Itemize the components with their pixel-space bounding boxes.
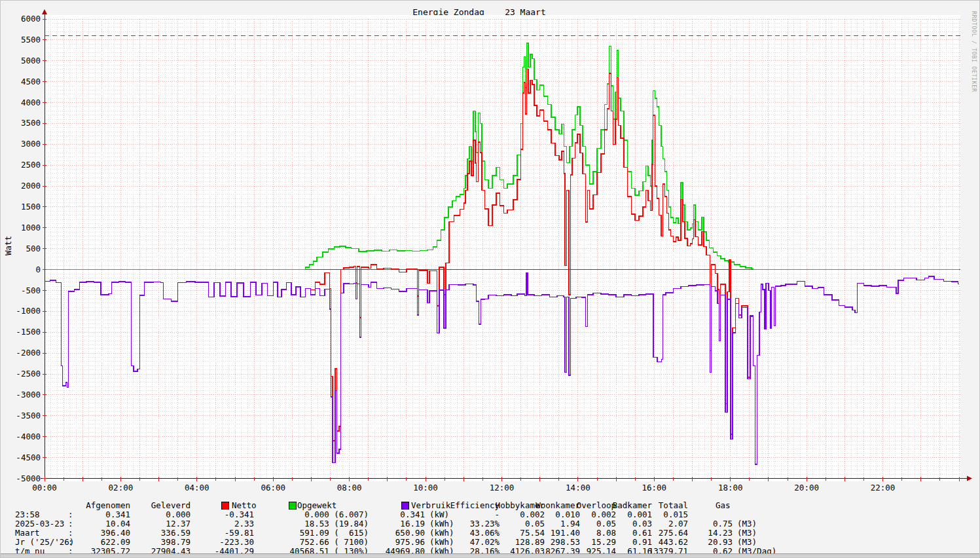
cell-gas_unit: (M3) xyxy=(737,519,757,528)
cell-gas_unit: (M3) xyxy=(737,529,757,537)
x-tick-label: 16:00 xyxy=(642,483,667,493)
y-axis-arrow xyxy=(42,9,47,14)
x-tick-label: 20:00 xyxy=(794,483,819,493)
cell-gas_val: 14.23 xyxy=(1,529,733,537)
y-tick-label: 2500 xyxy=(21,160,41,170)
cell-gas_unit: (M3) xyxy=(737,538,757,546)
y-tick-label: -1500 xyxy=(16,327,41,337)
x-axis-arrow xyxy=(967,476,972,481)
y-tick-label: 0 xyxy=(35,265,41,274)
y-tick-label: -5000 xyxy=(16,474,41,483)
y-tick-label: 4500 xyxy=(21,77,41,86)
y-tick-label: -3500 xyxy=(16,411,41,420)
y-tick-label: 1000 xyxy=(21,223,41,232)
x-tick-label: 12:00 xyxy=(490,483,515,493)
y-tick-label: -4500 xyxy=(16,453,41,462)
y-tick-label: 500 xyxy=(26,244,41,253)
y-tick-label: 1500 xyxy=(21,202,41,212)
column-header-totaal: Totaal xyxy=(1,501,688,510)
y-tick-label: -500 xyxy=(21,286,41,295)
x-tick-label: 08:00 xyxy=(337,483,362,493)
y-tick-label: -3000 xyxy=(16,390,41,400)
x-tick-label: 14:00 xyxy=(566,483,590,493)
rrdtool-graph-window: Energie Zondag 23 Maart RRDTOOL / TOBI O… xyxy=(0,0,980,558)
window-bottom-edge xyxy=(1,553,979,557)
cell-gas_val: 20.93 xyxy=(1,538,733,546)
x-tick-label: 02:00 xyxy=(109,483,134,493)
y-tick-label: 4000 xyxy=(21,98,41,107)
cell-totaal: 0.015 xyxy=(1,510,688,519)
x-tick-label: 04:00 xyxy=(185,483,209,493)
y-tick-label: -4000 xyxy=(16,432,41,441)
column-header-gas: Gas xyxy=(716,501,731,510)
y-tick-label: 5500 xyxy=(21,35,41,45)
y-tick-label: 3500 xyxy=(21,118,41,128)
x-tick-label: 00:00 xyxy=(32,483,57,493)
energy-chart: 6000550050004500400035003000250020001500… xyxy=(1,1,980,497)
y-tick-label: -2000 xyxy=(16,348,41,358)
y-tick-label: 6000 xyxy=(21,14,41,24)
cell-gas_val: 0.75 xyxy=(1,519,733,528)
y-tick-label: 5000 xyxy=(21,56,41,65)
x-tick-label: 22:00 xyxy=(871,483,896,493)
legend-table: AfgenomenGeleverdNettoOpgewektVerbruikEf… xyxy=(1,497,980,555)
y-tick-label: 2000 xyxy=(21,181,41,191)
x-tick-label: 06:00 xyxy=(261,483,285,493)
y-tick-label: 3000 xyxy=(21,139,41,149)
x-tick-label: 18:00 xyxy=(718,483,743,493)
y-tick-label: -2500 xyxy=(16,369,41,379)
x-tick-label: 10:00 xyxy=(413,483,438,493)
y-tick-label: -1000 xyxy=(16,306,41,316)
